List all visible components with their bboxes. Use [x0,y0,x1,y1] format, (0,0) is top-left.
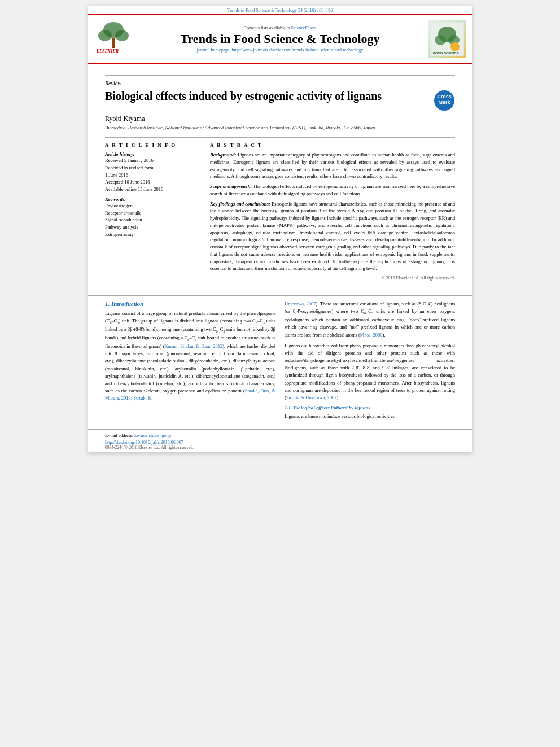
body-columns: 1. Introduction Lignans consist of a lar… [105,300,455,423]
journal-logo-right: FOOD SCIENCE [421,20,466,58]
keyword-2: Receptor crosstalk [105,209,201,217]
keyword-3: Signal transduction [105,216,201,224]
received-date: Received 5 January 2016 [105,157,201,164]
article-info-panel: A R T I C L E I N F O Article history: R… [105,142,201,281]
author-name: Ryoiti Kiyama [105,115,455,123]
ref-kumar[interactable]: Kumar, Silakar, & Kaur, 2012 [164,343,222,349]
section-label: Review [105,80,455,86]
sciencedirect-link[interactable]: ScienceDirect [291,25,317,30]
available-date: Available online 15 June 2016 [105,186,201,193]
svg-text:Cross: Cross [437,94,452,99]
article-title-row: Biological effects induced by estrogenic… [105,89,455,111]
abstract-panel: A B S T R A C T Background: Lignans are … [210,142,455,281]
abstract-heading: A B S T R A C T [210,142,455,148]
homepage-url[interactable]: http://www.journals.elsevier.com/trends-… [232,47,364,53]
svg-text:ELSEVIER: ELSEVIER [96,49,119,54]
abstract-findings: Key findings and conclusions: Estrogenic… [210,200,455,273]
background-text: Lignans are an important category of phy… [210,152,455,179]
copyright: © 2016 Elsevier Ltd. All rights reserved… [210,276,455,281]
journal-header: ELSEVIER Contents lists available at Sci… [88,14,472,64]
subsection-title: 1.1. Biological effects induced by ligna… [285,405,455,410]
journal-ref: Trends in Food Science & Technology 54 (… [88,6,472,14]
issn-text: 0924-2244/© 2016 Elsevier Ltd. All right… [105,445,455,450]
doi-link[interactable]: http://dx.doi.org/10.1016/j.tifs.2016.06… [105,440,183,445]
elsevier-logo-area: ELSEVIER [94,19,139,59]
keyword-5: Estrogen assay [105,231,201,238]
homepage-link: journal homepage: http://www.journals.el… [139,47,421,53]
divider-top [105,75,455,76]
doi-line: http://dx.doi.org/10.1016/j.tifs.2016.06… [105,440,455,445]
findings-text: Estrogenic lignans have structural chara… [210,201,455,272]
journal-title-area: Contents lists available at ScienceDirec… [139,25,421,53]
ref-moss[interactable]: Moss, 2000 [360,332,383,338]
ref-suzuki-umezawa[interactable]: Suzuki & Umezawa, 2007 [286,395,337,400]
findings-label: Key findings and conclusions: [210,201,270,207]
svg-text:Mark: Mark [438,99,450,105]
body-content: 1. Introduction Lignans consist of a lar… [88,295,472,429]
main-content: Review Biological effects induced by est… [88,64,472,295]
article-title-text: Biological effects induced by estrogenic… [105,89,382,103]
svg-point-9 [435,35,446,45]
article-info-abstract: A R T I C L E I N F O Article history: R… [105,142,455,281]
elsevier-logo-icon: ELSEVIER [94,19,133,58]
intro-section-num: 1. Introduction [105,300,275,307]
keywords-label: Keywords: [105,196,201,202]
journal-logo-icon: FOOD SCIENCE [428,20,466,58]
keyword-1: Phytoestrogen [105,202,201,209]
accepted-date: Accepted 10 June 2016 [105,178,201,186]
article-info-heading: A R T I C L E I N F O [105,142,201,148]
footnote-area: E-mail address: kiyama.r@aist.go.jp http… [88,429,472,452]
keywords-group: Keywords: Phytoestrogen Receptor crossta… [105,196,201,238]
email-footnote: E-mail address: kiyama.r@aist.go.jp [105,433,455,438]
abstract-scope: Scope and approach: The biological effec… [210,183,455,198]
svg-rect-4 [112,38,115,48]
abstract-background: Background: Lignans are an important cat… [210,151,455,180]
history-group: Article history: Received 5 January 2016… [105,151,201,193]
intro-para1: Lignans consist of a large group of natu… [105,310,275,403]
crossmark-icon: Cross Mark [434,90,455,111]
journal-title: Trends in Food Science & Technology [139,32,421,46]
svg-point-12 [450,42,460,51]
email-link[interactable]: kiyama.r@aist.go.jp [134,433,171,438]
scope-label: Scope and approach: [210,184,252,189]
revised-date: Received in revised form1 June 2016 [105,164,201,179]
background-label: Background: [210,152,236,158]
available-label: Contents lists available at [244,25,290,30]
keyword-4: Pathway analysis [105,224,201,231]
available-text: Contents lists available at ScienceDirec… [139,25,421,30]
ref-umezawa[interactable]: Umezawa, 2007 [285,301,316,307]
subsection-para: Lignans are known to induce various biol… [285,413,455,420]
email-label: E-mail address: [105,433,133,438]
ref-satake[interactable]: Satake, Ono, & Murata, 2013; Suzuki & [105,388,275,401]
author-affiliation: Biomedical Research Institute, National … [105,125,455,130]
right-para1: Umezawa, 2007). There are structural var… [285,300,455,339]
journal-ref-text: Trends in Food Science & Technology 54 (… [228,8,333,13]
divider-mid [105,137,455,138]
body-right-col: Umezawa, 2007). There are structural var… [285,300,455,423]
right-para2: Lignans are biosynthesized from phenylpr… [285,342,455,401]
svg-point-2 [98,30,112,41]
body-left-col: 1. Introduction Lignans consist of a lar… [105,300,275,423]
page: Trends in Food Science & Technology 54 (… [88,6,472,452]
svg-text:FOOD SCIENCE: FOOD SCIENCE [433,51,459,55]
history-label: Article history: [105,151,201,157]
svg-point-3 [115,30,129,41]
